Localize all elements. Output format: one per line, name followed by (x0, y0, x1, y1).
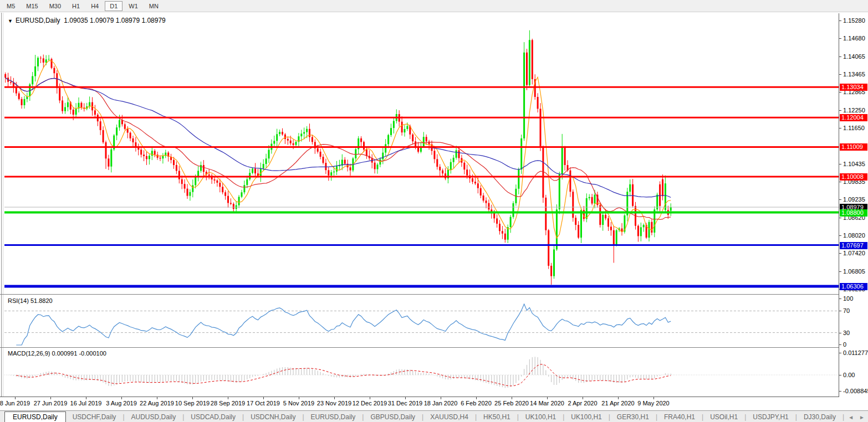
date-axis-label: 10 Sep 2019 (175, 400, 210, 406)
axis-tick (839, 235, 841, 236)
date-axis-label: 27 Jun 2019 (34, 400, 68, 406)
axis-tick (839, 311, 841, 311)
date-tick (86, 397, 86, 399)
date-tick (228, 397, 228, 399)
rsi-axis-label: 0 (843, 341, 846, 348)
axis-tick (839, 128, 841, 128)
price-axis-label: 1.14680 (843, 35, 865, 42)
macd-indicator-panel[interactable] (4, 348, 839, 397)
tabs-scroll-right-icon[interactable]: ► (859, 414, 865, 420)
date-axis-label: 25 Feb 2020 (494, 400, 529, 406)
macd-axis-label: 0.011277 (843, 349, 868, 356)
rsi-axis-label: 30 (843, 330, 850, 336)
timeframe-button-d1[interactable]: D1 (105, 1, 122, 11)
rsi-axis-label: 100 (843, 295, 853, 302)
chart-tab-hk50-h1[interactable]: HK50,H1 (477, 412, 517, 422)
chart-tab-uk100-h1[interactable]: UK100,H1 (564, 412, 608, 422)
chart-tab-uk100-h1[interactable]: UK100,H1 (519, 412, 563, 422)
axis-tick (839, 353, 841, 353)
rsi-indicator-panel[interactable] (4, 295, 839, 347)
date-axis[interactable]: 8 Jun 201927 Jun 201916 Jul 20193 Aug 20… (0, 397, 868, 410)
price-tag: 1.13034 (840, 84, 867, 91)
date-tick (121, 397, 122, 399)
axis-tick (839, 375, 841, 375)
timeframe-toolbar: M5M15M30H1H4D1W1MN (0, 0, 868, 12)
date-tick (299, 397, 299, 399)
date-tick (583, 397, 583, 399)
chart-tab-dj30-daily[interactable]: DJ30,Daily (797, 412, 843, 422)
chart-tab-usdjpy-h1[interactable]: USDJPY,H1 (746, 412, 795, 422)
price-axis-label: 1.07420 (843, 250, 865, 256)
tabs-scroll-left-icon[interactable]: ◄ (848, 414, 854, 420)
date-tick (192, 397, 193, 399)
axis-tick (839, 199, 841, 200)
axis-tick (839, 333, 841, 333)
date-axis-label: 16 Jul 2019 (70, 400, 102, 406)
rsi-axis-label: 70 (843, 307, 850, 314)
date-tick (441, 397, 441, 399)
tab-separator: | (843, 412, 844, 422)
price-axis-label: 1.13465 (843, 71, 865, 78)
rsi-chart (4, 295, 839, 347)
chart-tab-usoil-h1[interactable]: USOil,H1 (703, 412, 744, 422)
panel-separator[interactable] (0, 347, 868, 348)
axis-tick (839, 344, 841, 345)
date-tick (157, 397, 157, 399)
chart-symbol-label: EURUSD,Daily (16, 17, 60, 24)
date-tick (618, 397, 619, 399)
timeframe-button-h1[interactable]: H1 (67, 1, 85, 11)
macd-label: MACD(12,26,9) 0.000991 -0.000100 (8, 350, 106, 357)
axis-tick (839, 56, 841, 57)
candlestick-chart[interactable] (4, 13, 839, 294)
chart-tab-xauusd-h4[interactable]: XAUUSD,H4 (423, 412, 475, 422)
axis-tick (839, 20, 841, 21)
date-tick (653, 397, 654, 399)
date-axis-label: 28 Sep 2019 (211, 400, 245, 406)
price-axis-label: 1.12250 (843, 107, 865, 114)
timeframe-button-m15[interactable]: M15 (21, 1, 43, 11)
chart-tab-usdcnh-daily[interactable]: USDCNH,Daily (244, 412, 302, 422)
axis-tick (839, 218, 841, 218)
price-axis-label: 1.14065 (843, 53, 865, 60)
chart-tab-eurusd-daily[interactable]: EURUSD,Daily (304, 412, 362, 422)
macd-axis-label: 0.00 (843, 372, 855, 378)
price-tag: 1.08800 (840, 209, 867, 217)
chart-tab-gbpusd-daily[interactable]: GBPUSD,Daily (364, 412, 422, 422)
axis-tick (839, 182, 841, 182)
date-axis-label: 14 Mar 2020 (530, 400, 564, 406)
chart-tab-audusd-daily[interactable]: AUDUSD,Daily (125, 412, 183, 422)
timeframe-button-mn[interactable]: MN (144, 1, 164, 11)
date-axis-label: 18 Jan 2020 (424, 400, 458, 406)
date-axis-label: 17 Oct 2019 (247, 400, 280, 406)
axis-tick (839, 253, 841, 254)
timeframe-button-m30[interactable]: M30 (44, 1, 66, 11)
timeframe-button-w1[interactable]: W1 (124, 1, 143, 11)
chart-tab-usdcad-daily[interactable]: USDCAD,Daily (184, 412, 242, 422)
date-axis-label: 22 Aug 2019 (140, 400, 174, 406)
price-axis[interactable]: 1.152801.146801.140651.134651.128651.122… (839, 13, 868, 397)
axis-tick (839, 38, 841, 39)
price-chart-panel[interactable] (4, 13, 839, 294)
price-axis-label: 1.08020 (843, 232, 865, 239)
axis-tick (839, 391, 841, 392)
price-axis-label: 1.09235 (843, 196, 865, 203)
panel-separator[interactable] (0, 294, 868, 295)
timeframe-button-m5[interactable]: M5 (2, 1, 20, 11)
chart-tab-eurusd-daily[interactable]: EURUSD,Daily (4, 411, 66, 422)
price-tag: 1.10008 (840, 173, 867, 181)
date-axis-label: 21 Apr 2020 (601, 400, 634, 406)
price-tag: 1.11009 (840, 143, 867, 151)
date-axis-label: 5 Nov 2019 (283, 400, 314, 406)
chart-tab-ger30-h1[interactable]: GER30,H1 (610, 412, 656, 422)
chart-ohlc-values: 1.09035 1.09079 1.08979 1.08979 (64, 17, 166, 24)
symbol-dropdown-icon[interactable]: ▼ (8, 18, 13, 24)
date-tick (263, 397, 264, 399)
price-tag: 1.06306 (840, 283, 867, 290)
price-axis-label: 1.10435 (843, 161, 865, 167)
chart-tab-usdchf-daily[interactable]: USDCHF,Daily (66, 412, 123, 422)
timeframe-button-h4[interactable]: H4 (86, 1, 104, 11)
date-tick (476, 397, 477, 399)
axis-tick (839, 271, 841, 272)
chart-tab-fra40-h1[interactable]: FRA40,H1 (657, 412, 702, 422)
date-tick (50, 397, 51, 399)
